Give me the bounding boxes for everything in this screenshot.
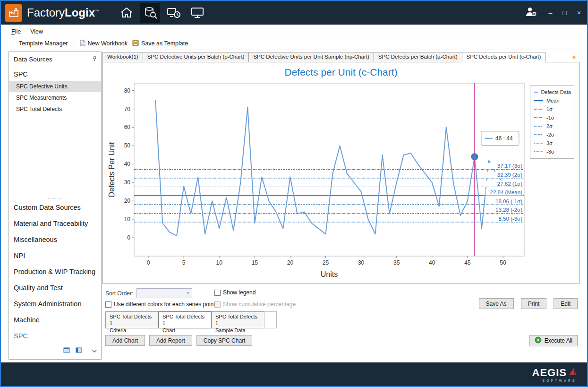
show-legend-checkbox[interactable]: Show legend xyxy=(214,289,256,296)
sidebar-group-machine[interactable]: Machine xyxy=(9,312,101,328)
checkbox-box xyxy=(214,301,221,308)
svg-text:0: 0 xyxy=(147,259,150,266)
control-line-label: 37.17 (3σ) xyxy=(497,163,522,169)
tab-workbook-1[interactable]: Workbook(1) xyxy=(102,52,143,62)
control-line-label: 18.06 (-1σ) xyxy=(495,198,522,204)
tab-close-icon[interactable]: × xyxy=(568,54,579,62)
titlebar: FactoryLogix™ xyxy=(1,1,587,25)
sidebar-group-spc[interactable]: SPC xyxy=(9,328,101,344)
subtab-sample-data[interactable]: SPC Total Defects 1Sample Data xyxy=(211,311,264,328)
minimize-button[interactable]: – xyxy=(547,9,554,16)
checkbox-box[interactable] xyxy=(105,301,111,308)
panel-view-icon[interactable] xyxy=(63,346,70,355)
panel-list-icon[interactable] xyxy=(76,346,82,355)
chart-legend: Defects Data Mean 1σ -1σ xyxy=(530,85,574,159)
tab-c-chart[interactable]: SPC Defects per Unit (c-Chart) xyxy=(462,52,546,62)
device-clock-icon[interactable] xyxy=(164,3,184,23)
subtab-chart[interactable]: SPC Total Defects 1Chart xyxy=(158,311,212,328)
titlebar-nav xyxy=(117,3,207,23)
spc-subtabs: SPC Total Defects 1Criteria SPC Total De… xyxy=(102,311,579,329)
app-content: File View Template Manager New Workbook xyxy=(1,25,587,362)
control-line-label: 22.84 (Mean) xyxy=(490,189,523,195)
legend-item: Mean xyxy=(533,96,571,105)
sort-order-label: Sort Order: xyxy=(105,290,133,297)
svg-text:20: 20 xyxy=(124,198,131,204)
execute-all-button[interactable]: Execute All xyxy=(529,335,578,346)
menu-view[interactable]: View xyxy=(30,28,43,35)
cumulative-percentage-checkbox: Show cumulative percentage xyxy=(214,301,296,308)
svg-text:30: 30 xyxy=(124,179,131,186)
sidebar-splitter-handle[interactable]: ...... xyxy=(9,195,101,199)
copy-spc-chart-button[interactable]: Copy SPC Chart xyxy=(196,335,253,346)
user-logout-icon[interactable] xyxy=(525,6,538,19)
svg-text:30: 30 xyxy=(358,259,365,266)
menu-file[interactable]: File xyxy=(11,28,21,35)
add-chart-button[interactable]: Add Chart xyxy=(105,335,145,346)
legend-item: 3σ xyxy=(533,139,571,147)
close-button[interactable]: × xyxy=(576,9,582,16)
sidebar-group-quality-test[interactable]: Quality and Test xyxy=(9,280,101,296)
toolbar-separator xyxy=(13,40,13,47)
new-workbook-button[interactable]: New Workbook xyxy=(77,39,130,49)
aegis-logo: AEGIS SOFTWARE xyxy=(532,367,578,382)
bottom-actions: Add Chart Add Report Copy SPC Chart Exec… xyxy=(102,335,579,347)
spc-chart-canvas[interactable]: 0102030405060708005101520253035404550Uni… xyxy=(105,77,530,282)
sidebar-group-spc-header[interactable]: SPC xyxy=(9,66,101,81)
control-line-label: 8.50 (-3σ) xyxy=(498,216,522,222)
aegis-mark-icon xyxy=(568,367,578,378)
new-workbook-icon xyxy=(80,40,85,48)
data-analysis-icon[interactable] xyxy=(140,3,160,23)
legend-item: 1σ xyxy=(533,105,571,113)
control-line-label: 32.39 (2σ) xyxy=(497,172,522,178)
data-sources-sidebar: Data Sources SPC SPC Defective Units SPC… xyxy=(9,52,102,360)
sidebar-spacer xyxy=(9,115,101,195)
tab-np-chart[interactable]: SPC Defective Units per Unit Sample (np-… xyxy=(248,52,374,62)
toolbar: Template Manager New Workbook xyxy=(9,37,579,50)
pin-icon[interactable] xyxy=(92,56,97,63)
chevron-down-icon[interactable] xyxy=(92,346,97,355)
execute-icon xyxy=(535,336,542,345)
sidebar-item-spc-measurements[interactable]: SPC Measurements xyxy=(9,92,101,103)
sidebar-item-spc-defective-units[interactable]: SPC Defective Units xyxy=(9,81,101,92)
checkbox-box[interactable] xyxy=(214,290,221,296)
add-report-button[interactable]: Add Report xyxy=(149,335,192,346)
print-button[interactable]: Print xyxy=(521,298,547,309)
tab-p-chart[interactable]: SPC Defective Units per Batch (p-Chart) xyxy=(143,52,249,62)
legend-item: -1σ xyxy=(533,113,571,122)
x-axis-label: Units xyxy=(321,270,338,278)
svg-text:10: 10 xyxy=(124,216,131,223)
series-colors-checkbox[interactable]: Use different colors for each series poi… xyxy=(105,301,215,308)
sidebar-group-custom-data-sources[interactable]: Custom Data Sources xyxy=(9,199,101,215)
svg-text:10: 10 xyxy=(216,259,223,266)
legend-item: 2σ xyxy=(533,122,571,130)
control-line-label: 13.28 (-2σ) xyxy=(495,207,522,213)
save-as-template-button[interactable]: Save as Template xyxy=(130,39,190,49)
sidebar-item-spc-total-defects[interactable]: SPC Total Defects xyxy=(9,103,101,115)
save-as-button[interactable]: Save As xyxy=(479,298,514,309)
sidebar-group-miscellaneous[interactable]: Miscellaneous xyxy=(9,232,101,248)
sidebar-group-npi[interactable]: NPI xyxy=(9,248,101,264)
selected-point-marker[interactable] xyxy=(471,154,478,160)
legend-item: -3σ xyxy=(533,147,571,156)
sidebar-group-system-administration[interactable]: System Administration xyxy=(9,296,101,312)
sidebar-group-production-wip[interactable]: Production & WIP Tracking xyxy=(9,264,101,280)
svg-text:46 : 44: 46 : 44 xyxy=(495,135,513,142)
sidebar-title: Data Sources xyxy=(14,56,52,63)
svg-text:40: 40 xyxy=(429,259,435,266)
subtab-stub xyxy=(264,311,277,328)
monitor-icon[interactable] xyxy=(187,3,207,23)
svg-text:50: 50 xyxy=(124,142,131,149)
svg-text:45: 45 xyxy=(464,259,471,266)
tab-u-chart[interactable]: SPC Defects per Batch (µ-Chart) xyxy=(374,52,462,62)
dropdown-arrow-icon: ▼ xyxy=(184,289,192,298)
y-axis-label: Defects Per Unit xyxy=(108,142,116,197)
sidebar-group-material-traceability[interactable]: Material and Traceability xyxy=(9,215,101,232)
home-icon[interactable] xyxy=(117,3,136,23)
subtab-criteria[interactable]: SPC Total Defects 1Criteria xyxy=(105,311,159,328)
svg-text:5: 5 xyxy=(182,259,186,266)
template-manager-button[interactable]: Template Manager xyxy=(17,39,70,48)
defects-data-line xyxy=(155,100,510,236)
maximize-button[interactable]: □ xyxy=(561,9,568,16)
edit-button[interactable]: Edit xyxy=(554,298,578,309)
svg-text:70: 70 xyxy=(124,106,131,112)
